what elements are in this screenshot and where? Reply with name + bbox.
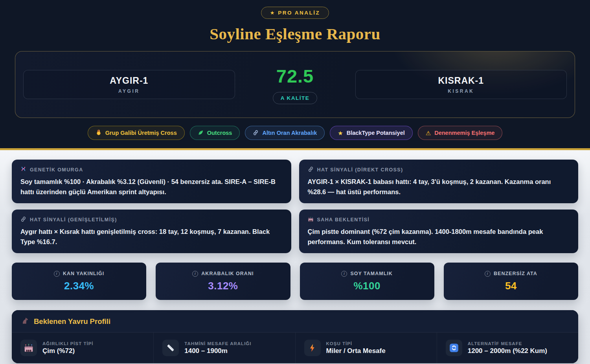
report-body: GENETİK OMURGA Soy tamamlık %100 · Akrab… — [0, 150, 590, 364]
tag-label: Outcross — [207, 130, 232, 136]
star-icon: ★ — [270, 10, 275, 15]
dna-icon — [20, 166, 26, 173]
insight-line-signal-direct: HAT SİNYALİ (DİREKT CROSS) AYGIR-1 × KIS… — [299, 160, 579, 203]
tag-label: BlackType Potansiyel — [347, 130, 405, 136]
stat-value: 3.12% — [208, 280, 238, 292]
cell-label: TAHMİNİ MESAFE ARALIĞI — [184, 341, 251, 346]
stadium-icon — [20, 340, 37, 356]
insight-body: AYGIR-1 × KISRAK-1 babası hattı: 4 tay, … — [308, 177, 570, 197]
pro-badge-label: PRO ANALİZ — [278, 10, 320, 16]
stat-unique-ancestors: i BENZERSİZ ATA 54 — [444, 263, 578, 300]
cell-surface-type: AĞIRLIKLI PİST TİPİ Çim (%72) — [12, 333, 153, 363]
stat-inbreeding-ratio: i AKRABALIK ORANI 3.12% — [156, 263, 290, 300]
score-block: 72.5 A KALİTE — [235, 65, 355, 104]
pro-badge: ★ PRO ANALİZ — [261, 7, 329, 19]
link-icon — [308, 166, 314, 173]
stat-blood-proximity: i KAN YAKINLIĞI 2.34% — [12, 263, 146, 300]
dam-role: KISRAK — [448, 88, 474, 94]
link-icon — [253, 130, 259, 136]
insight-track-expectation: SAHA BEKLENTİSİ Çim pistte dominant (%72… — [299, 210, 579, 253]
warning-icon: ⚠ — [426, 130, 431, 136]
insight-title: SAHA BEKLENTİSİ — [317, 217, 370, 222]
tag-untested-match: ⚠ Denenmemiş Eşleşme — [418, 126, 503, 140]
star-icon: ★ — [338, 130, 343, 136]
stats-grid: i KAN YAKINLIĞI 2.34% i AKRABALIK ORANI … — [12, 263, 578, 300]
dam-name: KISRAK-1 — [438, 75, 484, 86]
tags-row: Grup Galibi Üretmiş Cross Outcross Altın… — [15, 126, 575, 140]
insights-grid: GENETİK OMURGA Soy tamamlık %100 · Akrab… — [12, 160, 578, 253]
insight-genetic-backbone: GENETİK OMURGA Soy tamamlık %100 · Akrab… — [12, 160, 291, 203]
tag-label: Grup Galibi Üretmiş Cross — [105, 130, 177, 136]
insight-body: Aygır hattı × Kısrak hattı genişletilmiş… — [20, 227, 283, 247]
tag-blacktype-potential: ★ BlackType Potansiyel — [330, 126, 412, 140]
report-header: ★ PRO ANALİZ Soyline Eşleşme Raporu AYGI… — [0, 0, 590, 148]
match-score: 72.5 — [276, 65, 314, 87]
profile-title: Beklenen Yavru Profili — [34, 317, 110, 326]
cell-value: Çim (%72) — [42, 347, 94, 355]
insight-body: Çim pistte dominant (%72 çim kazanma). 1… — [308, 227, 570, 247]
stat-label: SOY TAMAMLIK — [350, 271, 392, 276]
tag-label: Denenmemiş Eşleşme — [434, 130, 494, 136]
sire-name: AYGIR-1 — [110, 75, 148, 86]
insight-title: HAT SİNYALİ (GENİŞLETİLMİŞ) — [30, 217, 117, 222]
stat-value: %100 — [353, 280, 380, 292]
horse-icon — [21, 316, 29, 326]
profile-cells: AĞIRLIKLI PİST TİPİ Çim (%72) TAHMİNİ ME… — [12, 333, 578, 363]
foal-profile-card: Beklenen Yavru Profili AĞIRLIKLI PİST Tİ… — [12, 310, 578, 363]
medal-icon — [96, 129, 102, 136]
dam-card: KISRAK-1 KISRAK — [355, 70, 567, 99]
tag-label: Altın Oran Akrabalık — [262, 130, 317, 136]
cell-label: ALTERNATİF MESAFE — [468, 341, 547, 346]
cell-value: 1400 – 1900m — [184, 347, 251, 355]
sire-role: AYGIR — [118, 88, 140, 94]
ruler-icon — [162, 340, 179, 356]
cell-label: AĞIRLIKLI PİST TİPİ — [42, 341, 94, 346]
match-summary-card: AYGIR-1 AYGIR 72.5 A KALİTE KISRAK-1 KIS… — [15, 51, 575, 118]
cell-distance-range: TAHMİNİ MESAFE ARALIĞI 1400 – 1900m — [153, 333, 295, 363]
herb-icon — [198, 130, 204, 136]
grade-badge: A KALİTE — [273, 92, 318, 104]
insight-title: HAT SİNYALİ (DİREKT CROSS) — [317, 167, 403, 173]
info-icon[interactable]: i — [192, 271, 198, 277]
stat-label: BENZERSİZ ATA — [494, 271, 537, 276]
stat-label: AKRABALIK ORANI — [201, 271, 254, 276]
tag-group-winner-cross: Grup Galibi Üretmiş Cross — [88, 126, 185, 140]
stat-pedigree-completeness: i SOY TAMAMLIK %100 — [300, 263, 434, 300]
stat-value: 54 — [505, 280, 517, 292]
info-icon[interactable]: i — [485, 271, 491, 277]
stat-label: KAN YAKINLIĞI — [63, 271, 104, 276]
page-title: Soyline Eşleşme Raporu — [15, 24, 575, 43]
cell-race-type: KOŞU TİPİ Miler / Orta Mesafe — [295, 333, 437, 363]
info-icon[interactable]: i — [341, 271, 347, 277]
info-icon[interactable]: i — [54, 271, 60, 277]
sire-card: AYGIR-1 AYGIR — [23, 70, 235, 99]
cell-value: Miler / Orta Mesafe — [326, 347, 386, 355]
stat-value: 2.34% — [64, 280, 94, 292]
link-icon — [20, 216, 26, 223]
insight-line-signal-extended: HAT SİNYALİ (GENİŞLETİLMİŞ) Aygır hattı … — [12, 210, 291, 253]
stadium-icon — [308, 216, 314, 223]
insight-body: Soy tamamlık %100 · Akrabalık %3.12 (Güv… — [20, 177, 283, 197]
cell-label: KOŞU TİPİ — [326, 341, 386, 346]
refresh-icon — [446, 340, 462, 356]
tag-golden-ratio: Altın Oran Akrabalık — [245, 126, 325, 140]
bolt-icon — [304, 340, 321, 356]
insight-title: GENETİK OMURGA — [30, 167, 83, 173]
tag-outcross: Outcross — [190, 126, 240, 140]
cell-alternative-distance: ALTERNATİF MESAFE 1200 – 2000m (%22 Kum) — [437, 333, 578, 363]
cell-value: 1200 – 2000m (%22 Kum) — [468, 347, 547, 355]
